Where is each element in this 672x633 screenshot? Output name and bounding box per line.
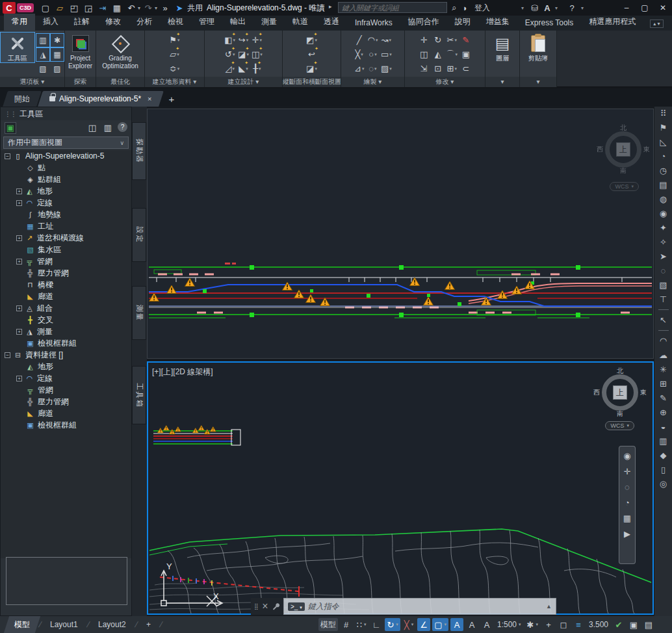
palette-toggle-1[interactable]: ✱ (51, 34, 64, 47)
dropdown-caret-icon[interactable]: ▾ (376, 38, 378, 43)
tree-expand-icon[interactable]: + (16, 329, 22, 335)
tool-icon[interactable]: ⊞ (447, 64, 454, 73)
viewcube-top-face[interactable]: 上 (613, 385, 627, 400)
tree-item-交叉[interactable]: ╋交叉 (1, 314, 131, 326)
toolspace-button[interactable]: 工具區 (1, 32, 34, 62)
add-circle-icon[interactable]: ⊕ (660, 408, 667, 417)
tool-button[interactable]: ▭▾ (380, 47, 393, 61)
tool-icon[interactable]: ▨ (381, 64, 389, 73)
tool-icon[interactable]: ↪✦ (239, 35, 246, 45)
ribbon-tab-註解[interactable]: 註解 (66, 14, 97, 31)
tool-icon[interactable]: ↝ (381, 35, 389, 45)
ribbon-tab-InfraWorks[interactable]: InfraWorks (347, 16, 400, 31)
ribbon-tab-輸出[interactable]: 輸出 (222, 14, 253, 31)
undo-icon-caret[interactable]: ▾ (138, 5, 140, 11)
graphics-performance-toggle[interactable]: ✔ (612, 618, 625, 631)
undo-icon[interactable]: ↶ (125, 1, 138, 14)
tree-item-道岔和橫渡線[interactable]: +↗道岔和橫渡線 (1, 232, 131, 244)
tool-button[interactable]: ◭ (432, 47, 445, 61)
tree-expand-icon[interactable]: + (16, 259, 22, 265)
dropdown-caret-icon[interactable]: ▾ (233, 38, 236, 43)
snap-mode-toggle[interactable]: ∷▾ (355, 618, 368, 631)
dropdown-caret-icon[interactable]: ▾ (536, 622, 538, 627)
viewcube-top[interactable]: 上 北 南 西 東 (599, 125, 648, 174)
redo-icon-caret[interactable]: ▾ (155, 5, 157, 11)
dropdown-caret-icon[interactable]: ▾ (519, 622, 521, 627)
dropdown-caret-icon[interactable]: ▾ (260, 38, 263, 43)
tree-item-壓力管網[interactable]: ╬壓力管網 (1, 396, 131, 407)
globe-grid-icon[interactable]: ◍ (660, 195, 667, 203)
tool-button[interactable]: ◧✦▾ (224, 33, 236, 47)
tool-icon[interactable]: ↺✦ (225, 49, 232, 59)
tree-item-廊道[interactable]: ◣廊道 (1, 407, 131, 419)
command-prompt-text[interactable]: 鍵入指令 (308, 601, 339, 612)
half-circle-icon[interactable]: ◒ (661, 422, 666, 431)
flag-icon[interactable]: ⚑ (660, 123, 667, 132)
tool-icon[interactable]: ✛✦ (252, 35, 259, 45)
spark-query-icon[interactable]: ◌ (661, 266, 666, 275)
layout-tab-Layout2[interactable]: Layout2 (88, 616, 136, 633)
surface-elevation-icon[interactable]: ≡ (572, 618, 585, 631)
ribbon-tab-說明[interactable]: 說明 (447, 14, 478, 31)
workspace-gear-button[interactable]: ✱▾ (525, 618, 540, 631)
tool-button[interactable]: ▣ (459, 47, 472, 61)
tool-icon[interactable]: ◣✦ (239, 64, 245, 73)
otrack-toggle[interactable]: ∠ (417, 618, 430, 631)
side-tab-工具箱[interactable]: 工具箱 (132, 366, 146, 424)
elevation-value[interactable]: 3.500 (587, 618, 610, 631)
tree-expand-icon[interactable]: − (5, 352, 10, 358)
ribbon-tab-管理[interactable]: 管理 (191, 14, 222, 31)
ortho-toggle[interactable]: ∟ (370, 618, 383, 631)
spark-text-icon[interactable]: ✧ (660, 238, 667, 246)
wcs-menu-top[interactable]: WCS▾ (610, 182, 639, 191)
dropdown-caret-icon[interactable]: ▾ (246, 52, 249, 57)
tool-icon[interactable]: ╂✦ (253, 64, 258, 73)
annotation-visibility-toggle[interactable]: A (450, 618, 463, 631)
ribbon-tab-協同合作[interactable]: 協同合作 (400, 14, 447, 31)
file-tab-start[interactable]: 開始 (3, 91, 42, 107)
panel-label[interactable]: 選項板 ▾ (0, 77, 64, 87)
tool-button[interactable]: ⊿▾ (353, 62, 365, 75)
tool-button[interactable]: ◌▾ (367, 62, 379, 75)
tree-item-定線[interactable]: +◠定線 (1, 197, 131, 209)
grid-corner-icon[interactable]: ⊞ (660, 380, 667, 388)
panel-label[interactable]: ▾ (520, 77, 556, 87)
dropdown-caret-icon[interactable]: ▾ (362, 66, 365, 71)
grip-dots[interactable]: ⠿ (660, 109, 667, 118)
tool-icon[interactable]: ╱ (357, 35, 362, 45)
share-label[interactable]: 共用 (187, 3, 203, 14)
protractor-icon[interactable]: ◔ (661, 152, 666, 161)
tool-button[interactable]: ○▾ (367, 47, 379, 61)
command-history-icon[interactable]: ▲ (546, 603, 552, 610)
tool-button[interactable]: ↻ (432, 33, 445, 47)
tool-button[interactable]: ◫✦▾ (251, 47, 263, 61)
tool-button[interactable]: ⊂ (459, 62, 472, 75)
tree-expand-icon[interactable]: + (16, 188, 22, 194)
toolspace-help-icon[interactable]: ? (118, 122, 127, 132)
tool-button[interactable]: ≎▾ (168, 62, 180, 75)
item-view-icon[interactable]: ◫ (86, 122, 98, 134)
annotation-monitor-toggle[interactable]: + (542, 618, 555, 631)
dropdown-caret-icon[interactable]: ▾ (177, 66, 180, 71)
add-layout-button[interactable]: + (136, 616, 161, 633)
ribbon-tab-分析[interactable]: 分析 (129, 14, 160, 31)
tree-item-廊道[interactable]: ◣廊道 (1, 291, 131, 302)
dropdown-caret-icon[interactable]: ▾ (364, 622, 367, 627)
isodraft-toggle[interactable]: ╳▾ (402, 618, 415, 631)
wrench-icon[interactable] (272, 602, 280, 611)
tool-button[interactable]: ✛✦▾ (251, 33, 263, 47)
ribbon-tab-測量[interactable]: 測量 (253, 14, 285, 31)
tool-button[interactable]: ↩✦ (305, 47, 318, 61)
ribbon-tab-精選應用程式[interactable]: 精選應用程式 (581, 14, 643, 31)
viewcube-bottom[interactable]: 上 北 南 西 東 (595, 368, 645, 417)
ribbon-collapse-button[interactable]: ▴ ▾ (650, 19, 663, 28)
dropdown-caret-icon[interactable]: ▾ (260, 52, 263, 57)
redo-icon[interactable]: ↷ (142, 1, 155, 14)
grid-display-toggle[interactable]: # (340, 618, 353, 631)
nav-wheel-icon[interactable]: ◉ (623, 452, 630, 460)
viewport-controls-label[interactable]: [+][上][2D 線架構] (152, 367, 213, 378)
tree-item-地形[interactable]: ◭地形 (1, 361, 131, 372)
tool-icon[interactable]: ◩✦ (306, 35, 314, 45)
angle-measure-icon[interactable]: ◷ (660, 166, 667, 175)
dropdown-caret-icon[interactable]: ▾ (389, 66, 392, 71)
